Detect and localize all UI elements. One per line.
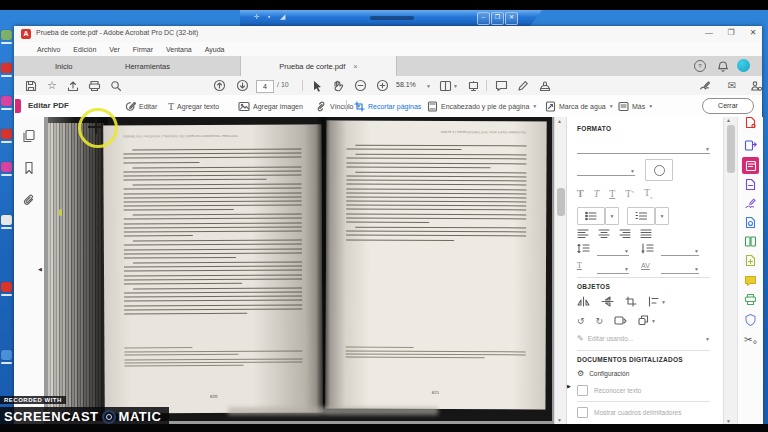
font-family-select[interactable]: ▼ (577, 141, 710, 154)
desktop-icon[interactable] (0, 350, 13, 364)
edit-pdf-tool-icon-active[interactable] (742, 157, 759, 174)
page-thumbnails-icon[interactable] (22, 129, 36, 143)
menu-firmar[interactable]: Firmar (133, 46, 153, 53)
user-settings-icon[interactable] (749, 79, 763, 92)
comment-tool-icon[interactable] (742, 176, 759, 193)
zoom-in-icon[interactable] (375, 79, 389, 92)
recognize-text-row[interactable]: Reconocer texto (577, 385, 641, 396)
add-text-button[interactable]: T Agregar texto (168, 95, 219, 117)
line-spacing-select[interactable]: ▼ (597, 243, 629, 256)
more-tools-icon[interactable]: ✂⚙ (742, 331, 759, 348)
scroll-up-icon[interactable]: ▲ (557, 118, 562, 124)
show-boxes-row[interactable]: Mostrar cuadros delimitadores (577, 407, 681, 418)
collapse-left-panel-icon[interactable]: ◀ (38, 266, 42, 272)
tab-document[interactable]: Prueba de corte.pdf × (240, 56, 397, 76)
paragraph-spacing-select[interactable]: ▼ (661, 243, 699, 256)
arrange-icon[interactable] (638, 315, 649, 326)
zoom-out-icon[interactable] (353, 79, 367, 92)
zoom-level-value[interactable]: 58.1% (396, 81, 416, 88)
organize-pages-tool-icon[interactable] (742, 233, 759, 250)
align-objects-icon[interactable] (648, 296, 659, 307)
search-icon[interactable] (109, 79, 123, 92)
session-close-button[interactable]: ✕ (505, 12, 518, 25)
desktop-icon[interactable] (0, 282, 13, 296)
menu-ver[interactable]: Ver (109, 46, 120, 53)
close-button[interactable]: ✕ (746, 28, 760, 37)
next-page-icon[interactable] (235, 79, 249, 92)
bullet-list-button[interactable] (577, 207, 605, 225)
bullet-list-dropdown[interactable]: ▼ (605, 207, 619, 225)
panel-scrollbar[interactable]: ▲ ▼ (723, 117, 738, 424)
create-pdf-tool-icon[interactable] (742, 114, 759, 131)
tab-close-icon[interactable]: × (353, 62, 357, 71)
flip-vertical-icon[interactable] (577, 296, 590, 307)
collapse-right-panel-icon[interactable]: ▶ (567, 383, 571, 389)
align-justify-button[interactable] (640, 229, 652, 238)
bookmarks-icon[interactable] (22, 161, 36, 175)
italic-button[interactable]: T (594, 188, 600, 199)
font-color-button[interactable] (645, 159, 673, 181)
page-canvas[interactable]: PIERRE FOY VALENCIA | TRATADO DE DERECHO… (44, 117, 554, 424)
bold-button[interactable]: T (577, 188, 584, 199)
desktop-icon[interactable] (0, 129, 13, 143)
menu-archivo[interactable]: Archivo (37, 46, 60, 53)
presentation-icon[interactable] (466, 79, 480, 92)
watermark-button[interactable]: Marca de agua▼ (545, 95, 614, 117)
menu-edicion[interactable]: Edición (73, 46, 96, 53)
scroll-down-icon[interactable]: ▼ (557, 417, 562, 423)
char-scale-select[interactable]: ▼ (597, 261, 629, 274)
session-minimize-button[interactable]: – (477, 12, 490, 25)
minimize-button[interactable]: — (702, 28, 716, 37)
fill-sign-tool-icon[interactable] (742, 195, 759, 212)
numbered-list-dropdown[interactable]: ▼ (655, 207, 669, 225)
desktop-icon[interactable] (0, 162, 13, 176)
recognize-text-checkbox[interactable] (577, 385, 588, 396)
maximize-button[interactable]: ❐ (724, 28, 738, 37)
close-tool-button[interactable]: Cerrar (702, 98, 754, 114)
edit-button[interactable]: Editar (125, 95, 157, 117)
protect-tool-icon[interactable] (742, 311, 759, 328)
session-restore-button[interactable]: ❐ (491, 12, 504, 25)
attachments-icon[interactable] (22, 193, 36, 207)
menu-ayuda[interactable]: Ayuda (205, 46, 225, 53)
show-boxes-checkbox[interactable] (577, 407, 588, 418)
add-image-button[interactable]: Agregar imagen (238, 95, 303, 117)
align-center-button[interactable] (598, 229, 610, 238)
desktop-icon[interactable] (0, 215, 13, 229)
send-review-tool-icon[interactable] (742, 214, 759, 231)
crop-pages-button[interactable]: Recortar páginas (354, 95, 421, 117)
help-icon[interactable]: ? (694, 60, 706, 72)
hand-tool-icon[interactable] (331, 79, 345, 92)
align-left-button[interactable] (577, 229, 589, 238)
crop-object-icon[interactable] (625, 296, 637, 307)
comments-bubble-tool-icon[interactable] (742, 272, 759, 289)
replace-image-icon[interactable] (614, 315, 627, 326)
header-footer-button[interactable]: Encabezado y pie de página▼ (427, 95, 537, 117)
share-upload-icon[interactable] (66, 79, 80, 92)
scroll-up-icon[interactable]: ▲ (726, 117, 731, 123)
numbered-list-button[interactable] (627, 207, 655, 225)
export-pdf-tool-icon[interactable] (742, 137, 759, 154)
chevron-down-icon[interactable]: ▼ (453, 83, 458, 89)
desktop-icon[interactable] (0, 63, 13, 77)
scrollbar-thumb[interactable] (557, 188, 565, 216)
flip-horizontal-icon[interactable] (601, 296, 614, 307)
stamp-icon[interactable] (538, 79, 552, 92)
rotate-ccw-icon[interactable]: ↺ (577, 316, 585, 326)
comment-icon[interactable] (494, 79, 508, 92)
superscript-button[interactable]: Tx (625, 188, 634, 199)
print-icon[interactable] (87, 79, 101, 92)
select-tool-icon[interactable] (310, 79, 324, 92)
configuration-row[interactable]: ⚙ Configuración (577, 369, 629, 378)
underline-button[interactable]: T (609, 188, 615, 199)
kerning-select[interactable]: ▼ (661, 261, 699, 274)
session-back-icon[interactable]: ✛ (254, 13, 260, 21)
scrollbar-thumb[interactable] (727, 125, 735, 173)
envelope-icon[interactable]: ✉ (725, 79, 739, 92)
sign-pen-icon[interactable] (698, 79, 712, 92)
combine-files-tool-icon[interactable] (742, 252, 759, 269)
chevron-down-icon[interactable]: ▼ (426, 83, 431, 89)
subscript-button[interactable]: Tx (644, 187, 653, 200)
tab-herramientas[interactable]: Herramientas (125, 56, 170, 76)
star-favorites-icon[interactable]: ☆ (45, 79, 59, 92)
